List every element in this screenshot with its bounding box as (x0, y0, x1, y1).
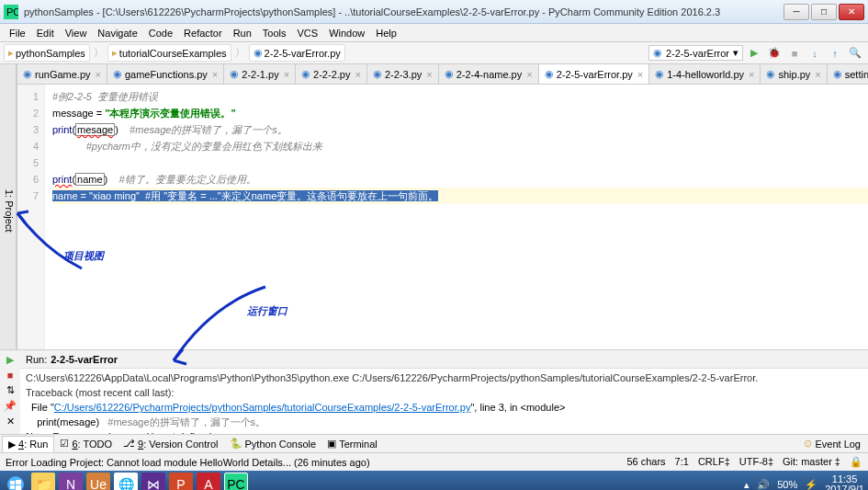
menu-code[interactable]: Code (143, 26, 178, 40)
statusbar: Error Loading Project: Cannot load modul… (0, 452, 868, 471)
breadcrumb-root[interactable]: ▸pythonSamples (4, 44, 90, 62)
selected-text: name = "xiao ming" #用 "变量名 = ..."来定义name… (52, 190, 438, 201)
windows-taskbar: 📁 N Ue 🌐 ⋈ P A PC ▴ 🔊 50% ⚡ 11:35 2017/9… (0, 471, 868, 490)
app-icon: PC (4, 5, 18, 19)
menu-help[interactable]: Help (370, 26, 402, 40)
run-button[interactable]: ▶ (745, 45, 763, 62)
editor-tab[interactable]: ◉2-2-5-varError.py× (539, 64, 650, 85)
window-title: pythonSamples - [C:\Users\612226\Pycharm… (24, 6, 783, 17)
explorer-icon[interactable]: 📁 (31, 473, 55, 490)
project-toolwindow-tab[interactable]: 1: Project (3, 186, 16, 235)
menu-vcs[interactable]: VCS (292, 26, 324, 40)
tray-up-icon[interactable]: ▴ (744, 479, 750, 491)
editor-tab[interactable]: ◉runGame.py× (17, 64, 107, 84)
minimize-button[interactable]: ─ (783, 4, 809, 20)
onenote-icon[interactable]: N (59, 473, 83, 490)
editor-tab[interactable]: ◉2-2-4-name.py× (439, 64, 539, 84)
editor-tab[interactable]: ◉settings.py× (828, 64, 868, 84)
close-tab-icon[interactable]: × (426, 69, 432, 80)
run-toolwindow: ▶ ■ ⇅ 📌 ✕ Run: 2-2-5-varError C:\Users\6… (0, 349, 868, 434)
close-run-icon[interactable]: ✕ (6, 416, 15, 427)
run-header: Run: 2-2-5-varError (20, 350, 868, 369)
breadcrumb-folder[interactable]: ▸tutorialCourseExamples (107, 44, 231, 62)
start-button[interactable] (4, 473, 28, 490)
pycharm-taskbar-icon[interactable]: PC (224, 473, 248, 490)
debug-button[interactable]: 🐞 (765, 45, 783, 62)
stop-icon[interactable]: ■ (7, 370, 14, 381)
volume-icon[interactable]: 🔊 (757, 479, 770, 491)
svg-text:PC: PC (6, 6, 18, 17)
editor-tab[interactable]: ◉2-2-3.py× (367, 64, 439, 84)
status-message[interactable]: Error Loading Project: Cannot load modul… (6, 457, 370, 468)
close-tab-icon[interactable]: × (284, 69, 289, 80)
menu-view[interactable]: View (60, 26, 93, 40)
close-tab-icon[interactable]: × (212, 69, 218, 80)
editor-tab[interactable]: ◉2-2-1.py× (224, 64, 296, 84)
breadcrumb: ▸pythonSamples 〉 ▸tutorialCourseExamples… (4, 44, 345, 62)
svg-text:运行窗口: 运行窗口 (246, 305, 288, 316)
editor-tab[interactable]: ◉2-2-2.py× (296, 64, 367, 84)
editor: ◉runGame.py×◉gameFunctions.py×◉2-2-1.py×… (17, 64, 868, 349)
close-tab-icon[interactable]: × (526, 69, 532, 80)
search-button[interactable]: 🔍 (846, 45, 864, 62)
powerpoint-icon[interactable]: P (169, 473, 193, 490)
menu-run[interactable]: Run (228, 26, 257, 40)
toolbar: ▸pythonSamples 〉 ▸tutorialCourseExamples… (0, 42, 868, 64)
titlebar: PC pythonSamples - [C:\Users\612226\Pych… (0, 0, 868, 24)
status-crlf[interactable]: CRLF‡ (698, 456, 730, 468)
maximize-button[interactable]: □ (811, 4, 837, 20)
power-icon[interactable]: ⚡ (805, 479, 817, 491)
clock-date[interactable]: 2017/9/1 (825, 484, 864, 490)
menubar: FileEditViewNavigateCodeRefactorRunTools… (0, 24, 868, 42)
menu-file[interactable]: File (4, 26, 31, 40)
ultraedit-icon[interactable]: Ue (86, 473, 110, 490)
rerun-icon[interactable]: ▶ (6, 354, 14, 366)
run-config-combo[interactable]: ◉2-2-5-varError▾ (648, 45, 743, 61)
vs-icon[interactable]: ⋈ (141, 473, 165, 490)
menu-edit[interactable]: Edit (31, 26, 60, 40)
svg-text:项目视图: 项目视图 (63, 250, 106, 261)
editor-tab[interactable]: ◉1-4-helloworld.py× (649, 64, 761, 84)
bottom-tab[interactable]: ⎇9: Version Control (118, 436, 223, 451)
editor-tab[interactable]: ◉gameFunctions.py× (107, 64, 224, 84)
menu-window[interactable]: Window (323, 26, 370, 40)
battery-text[interactable]: 50% (777, 479, 797, 490)
run-gutter: ▶ ■ ⇅ 📌 ✕ (0, 350, 20, 434)
system-tray: ▴ 🔊 50% ⚡ 11:35 2017/9/1 (744, 474, 864, 490)
bottom-toolwindow-tabs: ▶4: Run☑6: TODO⎇9: Version Control🐍Pytho… (0, 434, 868, 452)
menu-refactor[interactable]: Refactor (178, 26, 228, 40)
bottom-tab[interactable]: ▶4: Run (2, 436, 54, 452)
menu-navigate[interactable]: Navigate (92, 26, 142, 40)
close-tab-icon[interactable]: × (815, 69, 820, 80)
pin-icon[interactable]: 📌 (4, 400, 17, 412)
status-lock-icon: 🔒 (850, 456, 862, 468)
code-area[interactable]: 1234567 #例2-2-5 变量使用错误 message = "本程序演示变… (17, 85, 868, 349)
layout-icon[interactable]: ⇅ (6, 384, 15, 396)
editor-tabs: ◉runGame.py×◉gameFunctions.py×◉2-2-1.py×… (17, 64, 868, 85)
bottom-tab[interactable]: 🐍Python Console (224, 436, 322, 451)
vcs-update-button[interactable]: ↓ (806, 45, 824, 62)
close-tab-icon[interactable]: × (355, 69, 360, 80)
acrobat-icon[interactable]: A (197, 473, 220, 490)
breadcrumb-file[interactable]: ◉2-2-5-varError.py (249, 44, 345, 62)
code-lines[interactable]: #例2-2-5 变量使用错误 message = "本程序演示变量使用错误。" … (45, 85, 868, 349)
status-chars: 56 chars (626, 456, 665, 468)
gutter: 1234567 (17, 85, 45, 349)
event-log-tab[interactable]: ⊙Event Log (798, 436, 866, 451)
menu-tools[interactable]: Tools (257, 26, 292, 40)
status-git[interactable]: Git: master ‡ (783, 456, 840, 468)
close-tab-icon[interactable]: × (749, 69, 754, 80)
bottom-tab[interactable]: ▣Terminal (321, 436, 383, 451)
bottom-tab[interactable]: ☑6: TODO (54, 436, 118, 451)
stop-button[interactable]: ■ (785, 45, 804, 62)
chrome-icon[interactable]: 🌐 (114, 473, 138, 490)
console-output[interactable]: C:\Users\612226\AppData\Local\Programs\P… (20, 369, 868, 434)
close-tab-icon[interactable]: × (96, 69, 101, 80)
close-button[interactable]: ✕ (839, 4, 864, 20)
traceback-file-link[interactable]: C:/Users/612226/PycharmProjects/pythonSa… (54, 402, 471, 413)
vcs-commit-button[interactable]: ↑ (826, 45, 844, 62)
editor-tab[interactable]: ◉ship.py× (761, 64, 827, 84)
status-encoding[interactable]: UTF-8‡ (739, 456, 773, 468)
close-tab-icon[interactable]: × (637, 69, 643, 80)
status-caret: 7:1 (675, 456, 689, 468)
